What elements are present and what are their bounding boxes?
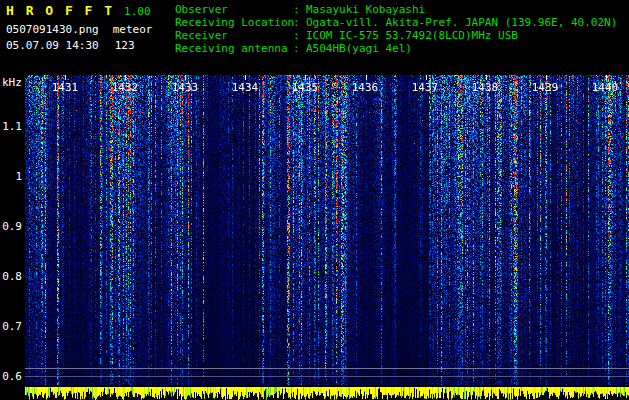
app-title: H R O F F T	[6, 3, 114, 18]
info-label: Receiving Location	[175, 16, 293, 29]
time-tick-label: 1440	[591, 82, 619, 93]
header-title-row: H R O F F T 1.00	[6, 3, 151, 18]
freq-axis-unit: kHz	[2, 77, 22, 88]
time-tick-label: 1433	[171, 82, 199, 93]
freq-tick-label: 1.1	[0, 121, 22, 132]
freq-tick-label: 0.6	[0, 371, 22, 382]
info-value: Ogata-vill. Akita-Pref. JAPAN (139.96E, …	[306, 16, 617, 29]
info-label: Receiving antenna	[175, 42, 293, 55]
spectrogram-canvas	[25, 75, 629, 385]
info-value: ICOM IC-575 53.7492(8LCD)MHz USB	[306, 29, 518, 42]
freq-tick-label: 0.9	[0, 221, 22, 232]
info-label: Receiver	[175, 29, 293, 42]
time-tick-label: 1435	[291, 82, 319, 93]
time-tick-label: 1434	[231, 82, 259, 93]
header-date-row: 05.07.09 14:30 123	[6, 40, 135, 52]
observation-datetime: 05.07.09 14:30	[6, 40, 99, 52]
time-tick-label: 1432	[111, 82, 139, 93]
output-filename: 0507091430.png	[6, 24, 99, 36]
time-tick-label: 1436	[351, 82, 379, 93]
header-file-row: 0507091430.png meteor	[6, 24, 152, 36]
info-value: A504HB(yagi 4el)	[306, 42, 412, 55]
info-label: Observer	[175, 3, 293, 16]
freq-tick-label: 0.7	[0, 321, 22, 332]
app-version: 1.00	[124, 5, 151, 18]
info-row-observer: Observer : Masayuki Kobayashi	[175, 3, 617, 16]
time-tick-label: 1431	[51, 82, 79, 93]
info-row-receiver: Receiver : ICOM IC-575 53.7492(8LCD)MHz …	[175, 29, 617, 42]
info-separator: :	[293, 16, 306, 29]
time-tick-label: 1439	[531, 82, 559, 93]
freq-tick-label: 0.8	[0, 271, 22, 282]
hrofft-output-screen: H R O F F T 1.00 0507091430.png meteor 0…	[0, 0, 629, 400]
info-separator: :	[293, 29, 306, 42]
info-row-location: Receiving Location : Ogata-vill. Akita-P…	[175, 16, 617, 29]
info-value: Masayuki Kobayashi	[306, 3, 425, 16]
observer-info-block: Observer : Masayuki Kobayashi Receiving …	[175, 3, 617, 55]
info-row-antenna: Receiving antenna : A504HB(yagi 4el)	[175, 42, 617, 55]
freq-tick-label: 1	[0, 171, 22, 182]
info-separator: :	[293, 3, 306, 16]
time-tick-label: 1438	[471, 82, 499, 93]
info-separator: :	[293, 42, 306, 55]
time-tick-label: 1437	[411, 82, 439, 93]
mode-label: meteor	[113, 24, 153, 36]
signal-level-strip	[25, 386, 629, 400]
echo-count: 123	[115, 40, 135, 52]
